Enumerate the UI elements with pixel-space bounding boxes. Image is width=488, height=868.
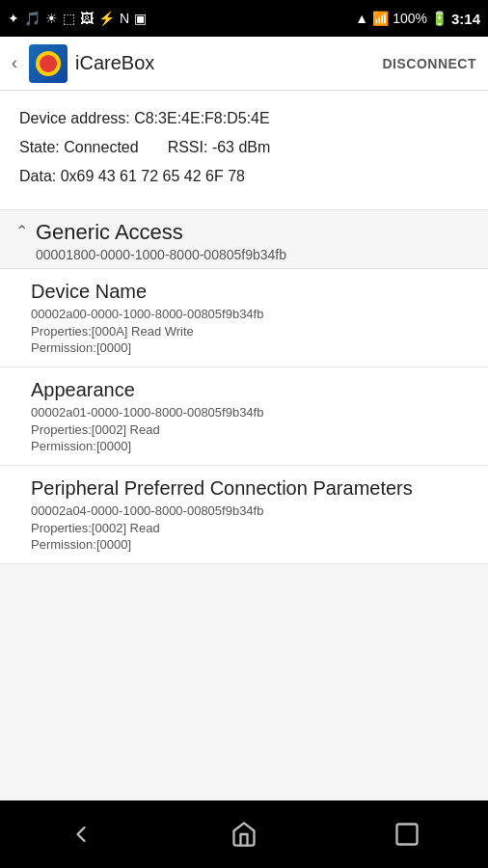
- back-button[interactable]: [52, 805, 110, 863]
- status-icons-left: ✦ 🎵 ☀ ⬚ 🖼 ⚡ N ▣: [8, 11, 147, 26]
- back-nav-svg-icon: [68, 821, 95, 848]
- service-info: Generic Access 00001800-0000-1000-8000-0…: [36, 220, 473, 262]
- char-appearance[interactable]: Appearance 00002a01-0000-1000-8000-00805…: [0, 367, 488, 466]
- status-time: 3:14: [451, 11, 480, 27]
- state-rssi-row: State: Connected RSSI: -63 dBm: [19, 139, 469, 156]
- battery-icon: 🔋: [431, 11, 447, 26]
- collapse-arrow-icon: ⌃: [15, 222, 28, 240]
- home-nav-svg-icon: [230, 821, 258, 848]
- status-icons-right: ▲ 📶 100% 🔋 3:14: [355, 11, 480, 27]
- char-name-label: Appearance: [31, 379, 473, 401]
- audio-icon: 🎵: [24, 11, 41, 26]
- battery-percent: 100%: [393, 11, 427, 26]
- char-name-label: Peripheral Preferred Connection Paramete…: [31, 477, 473, 500]
- back-nav-icon[interactable]: ‹: [12, 53, 17, 73]
- char-permission: Permission:[0000]: [31, 439, 473, 453]
- char-permission: Permission:[0000]: [31, 340, 473, 355]
- app-title: iCareBox: [75, 52, 154, 74]
- device-address-row: Device address: C8:3E:4E:F8:D5:4E: [19, 108, 469, 129]
- char-uuid-label: 00002a00-0000-1000-8000-00805f9b34fb: [31, 307, 473, 321]
- app-bar-left: ‹ iCareBox: [12, 44, 154, 83]
- screen-icon: ⬚: [63, 11, 75, 26]
- recents-button[interactable]: [378, 805, 436, 863]
- service-generic-access[interactable]: ⌃ Generic Access 00001800-0000-1000-8000…: [0, 210, 488, 269]
- app-bar: ‹ iCareBox DISCONNECT: [0, 37, 488, 91]
- char-permission: Permission:[0000]: [31, 537, 473, 552]
- recents-nav-svg-icon: [393, 821, 420, 848]
- usb-icon: ✦: [8, 11, 19, 26]
- svg-rect-0: [396, 825, 417, 845]
- service-uuid: 00001800-0000-1000-8000-00805f9b34fb: [36, 247, 473, 262]
- char-device-name[interactable]: Device Name 00002a00-0000-1000-8000-0080…: [0, 269, 488, 367]
- bluetooth-icon: ⚡: [98, 11, 115, 26]
- data-icon: ▣: [134, 11, 147, 26]
- image-icon: 🖼: [80, 11, 94, 26]
- rssi-label-value: RSSI: -63 dBm: [168, 139, 271, 156]
- bottom-nav: [0, 800, 488, 868]
- char-properties: Properties:[000A] Read Write: [31, 324, 473, 339]
- main-content: Device address: C8:3E:4E:F8:D5:4E State:…: [0, 91, 488, 800]
- char-ppcp[interactable]: Peripheral Preferred Connection Paramete…: [0, 466, 488, 564]
- char-name-label: Device Name: [31, 281, 473, 303]
- service-name: Generic Access: [36, 220, 473, 245]
- status-bar: ✦ 🎵 ☀ ⬚ 🖼 ⚡ N ▣ ▲ 📶 100% 🔋 3:14: [0, 0, 488, 37]
- device-info-section: Device address: C8:3E:4E:F8:D5:4E State:…: [0, 91, 488, 210]
- char-uuid-label: 00002a04-0000-1000-8000-00805f9b34fb: [31, 503, 473, 518]
- nfc-icon: N: [120, 11, 129, 26]
- char-properties: Properties:[0002] Read: [31, 521, 473, 535]
- char-properties: Properties:[0002] Read: [31, 422, 473, 437]
- disconnect-button[interactable]: DISCONNECT: [382, 56, 476, 71]
- signal-icon: 📶: [372, 11, 389, 26]
- state-label-value: State: Connected: [19, 139, 139, 156]
- data-row: Data: 0x69 43 61 72 65 42 6F 78: [19, 166, 469, 187]
- wifi-icon: ▲: [355, 11, 368, 26]
- char-uuid-label: 00002a01-0000-1000-8000-00805f9b34fb: [31, 405, 473, 420]
- home-button[interactable]: [215, 805, 273, 863]
- brightness-icon: ☀: [45, 11, 58, 26]
- app-logo: [29, 44, 68, 83]
